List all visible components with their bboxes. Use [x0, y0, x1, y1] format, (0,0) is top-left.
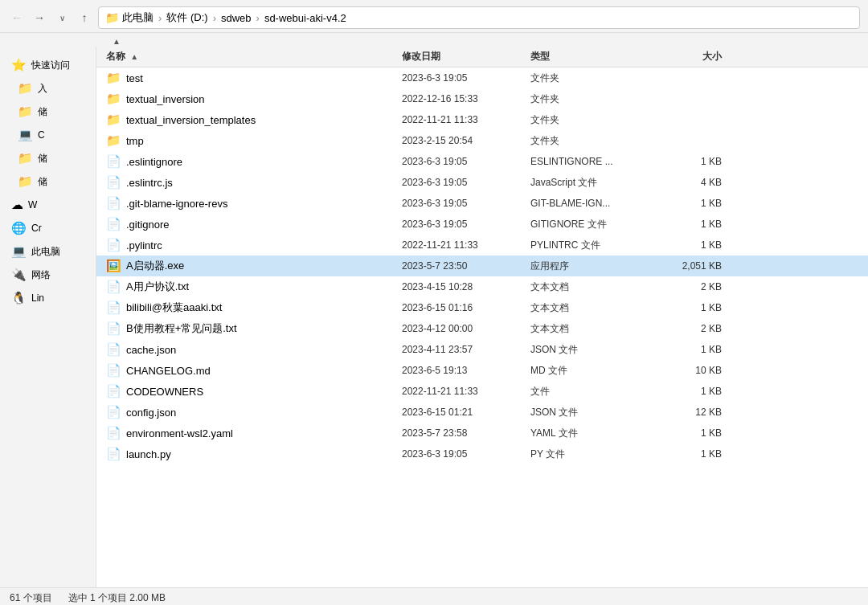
file-size-cell: 1 KB	[667, 156, 731, 167]
col-header-size[interactable]: 大小	[667, 50, 731, 63]
col-header-type[interactable]: 类型	[530, 50, 667, 63]
table-row[interactable]: 🖼️ A启动器.exe 2023-5-7 23:50 应用程序 2,051 KB	[96, 255, 868, 276]
exe-file-icon: 🖼️	[106, 259, 121, 273]
breadcrumb-part-1: 此电脑	[122, 10, 154, 25]
back-button[interactable]: ←	[8, 9, 26, 27]
table-row[interactable]: 📁 tmp 2023-2-15 20:54 文件夹	[96, 130, 868, 151]
file-size-cell: 2,051 KB	[667, 260, 731, 272]
table-row[interactable]: 📄 .pylintrc 2022-11-21 11:33 PYLINTRC 文件…	[96, 235, 868, 255]
sidebar-item-cloud[interactable]: ☁ W	[3, 194, 92, 216]
table-row[interactable]: 📄 config.json 2023-6-15 01:21 JSON 文件 12…	[96, 402, 868, 423]
sidebar-item-label-4: 储	[38, 175, 47, 189]
sidebar-item-browser[interactable]: 🌐 Cr	[3, 217, 92, 239]
sidebar-item-network[interactable]: 🔌 网络	[3, 264, 92, 286]
col-header-date[interactable]: 修改日期	[402, 50, 530, 63]
sidebar-item-folder4[interactable]: 📁 储	[3, 170, 92, 193]
file-type-cell: 文件夹	[530, 113, 667, 127]
folder-icon-1: 📁	[18, 81, 33, 96]
file-name-cell: 📄 A用户协议.txt	[96, 280, 402, 294]
star-icon: ⭐	[11, 58, 27, 72]
forward-button[interactable]: →	[31, 9, 48, 27]
file-date-cell: 2023-6-3 19:05	[402, 72, 530, 84]
up-button[interactable]: ↑	[76, 9, 93, 27]
sidebar-item-quickaccess[interactable]: ⭐ 快速访问	[3, 54, 92, 76]
table-row[interactable]: 📄 .eslintignore 2023-6-3 19:05 ESLINTIGN…	[96, 151, 868, 172]
file-size-cell: 1 KB	[667, 239, 731, 251]
folder-icon-2: 📁	[18, 104, 33, 119]
file-type-cell: 文件夹	[530, 92, 667, 106]
table-row[interactable]: 📁 test 2023-6-3 19:05 文件夹	[96, 67, 868, 88]
file-name: tmp	[126, 135, 144, 147]
table-row[interactable]: 📁 textual_inversion 2022-12-16 15:33 文件夹	[96, 88, 868, 109]
file-name: launch.py	[126, 448, 171, 460]
address-folder-icon: 📁	[105, 11, 119, 24]
table-row[interactable]: 📄 environment-wsl2.yaml 2023-5-7 23:58 Y…	[96, 423, 868, 444]
table-row[interactable]: 📁 textual_inversion_templates 2022-11-21…	[96, 109, 868, 130]
file-type-cell: YAML 文件	[530, 427, 667, 440]
file-type-cell: 文本文档	[530, 280, 667, 294]
cloud-icon: ☁	[11, 198, 23, 212]
file-date-cell: 2023-6-3 19:05	[402, 177, 530, 188]
sidebar-item-label: 快速访问	[31, 59, 70, 72]
sidebar-item-label-1: 入	[38, 82, 47, 96]
file-name: cache.json	[126, 344, 176, 356]
table-row[interactable]: 📄 launch.py 2023-6-3 19:05 PY 文件 1 KB	[96, 444, 868, 464]
file-name: CODEOWNERS	[126, 386, 203, 398]
file-name: A启动器.exe	[126, 259, 184, 273]
file-date-cell: 2023-6-3 19:05	[402, 219, 530, 230]
file-name-cell: 📄 .eslintrc.js	[96, 175, 402, 190]
titlebar: ← → ∨ ↑ 📁 此电脑 › 软件 (D:) › sdweb › sd-web…	[0, 0, 868, 33]
table-row[interactable]: 📄 CHANGELOG.md 2023-6-5 19:13 MD 文件 10 K…	[96, 360, 868, 381]
file-type-cell: PY 文件	[530, 448, 667, 461]
file-name-cell: 📄 environment-wsl2.yaml	[96, 426, 402, 440]
table-row[interactable]: 📄 bilibili@秋葉aaaki.txt 2023-6-15 01:16 文…	[96, 297, 868, 318]
file-type-cell: JavaScript 文件	[530, 176, 667, 190]
sidebar-item-label-lin: Lin	[31, 292, 44, 304]
sidebar-item-c[interactable]: 💻 C	[3, 124, 92, 146]
file-type-cell: JSON 文件	[530, 406, 667, 419]
address-bar[interactable]: 📁 此电脑 › 软件 (D:) › sdweb › sd-webui-aki-v…	[98, 6, 860, 29]
table-row[interactable]: 📄 .eslintrc.js 2023-6-3 19:05 JavaScript…	[96, 172, 868, 193]
table-row[interactable]: 📄 .gitignore 2023-6-3 19:05 GITIGNORE 文件…	[96, 214, 868, 235]
generic-file-icon: 📄	[106, 426, 121, 440]
col-header-name[interactable]: 名称 ▲	[96, 50, 402, 63]
sidebar: ⭐ 快速访问 📁 入 📁 储 💻 C 📁 储 📁 储 ☁ W 🌐 C	[0, 47, 96, 587]
drive-icon-c: 💻	[18, 128, 33, 142]
file-size-cell: 1 KB	[667, 448, 731, 460]
dropdown-button[interactable]: ∨	[53, 9, 71, 27]
file-type-cell: 文件	[530, 385, 667, 399]
file-name-cell: 📄 config.json	[96, 405, 402, 419]
sidebar-item-thispc[interactable]: 💻 此电脑	[3, 240, 92, 263]
table-row[interactable]: 📄 CODEOWNERS 2022-11-21 11:33 文件 1 KB	[96, 381, 868, 402]
js-file-icon: 📄	[106, 175, 121, 190]
linux-icon: 🐧	[11, 291, 27, 305]
breadcrumb-sep-1: ›	[158, 12, 162, 24]
sidebar-item-linux[interactable]: 🐧 Lin	[3, 287, 92, 309]
sidebar-item-label-2: 储	[38, 105, 47, 119]
table-row[interactable]: 📄 A用户协议.txt 2023-4-15 10:28 文本文档 2 KB	[96, 276, 868, 297]
file-date-cell: 2023-6-15 01:21	[402, 407, 530, 418]
file-name: .pylintrc	[126, 239, 162, 251]
generic-file-icon: 📄	[106, 405, 121, 419]
file-type-cell: 文本文档	[530, 301, 667, 315]
table-row[interactable]: 📄 B使用教程+常见问题.txt 2023-4-12 00:00 文本文档 2 …	[96, 318, 868, 339]
sidebar-item-label-pc: 此电脑	[31, 245, 60, 259]
file-date-cell: 2023-4-11 23:57	[402, 344, 530, 355]
file-type-cell: JSON 文件	[530, 343, 667, 357]
status-total: 61 个项目	[10, 591, 52, 605]
browser-icon: 🌐	[11, 221, 27, 235]
file-name-cell: 📄 .git-blame-ignore-revs	[96, 196, 402, 211]
status-bar: 61 个项目 选中 1 个项目 2.00 MB	[0, 587, 868, 605]
file-size-cell: 2 KB	[667, 323, 731, 334]
file-name: test	[126, 72, 143, 84]
file-name: .eslintrc.js	[126, 177, 173, 189]
table-row[interactable]: 📄 cache.json 2023-4-11 23:57 JSON 文件 1 K…	[96, 339, 868, 360]
sidebar-item-folder3[interactable]: 📁 储	[3, 147, 92, 170]
file-date-cell: 2023-6-5 19:13	[402, 365, 530, 376]
sidebar-item-folder1[interactable]: 📁 入	[3, 77, 92, 100]
table-row[interactable]: 📄 .git-blame-ignore-revs 2023-6-3 19:05 …	[96, 193, 868, 214]
generic-file-icon: 📄	[106, 363, 121, 378]
file-date-cell: 2023-5-7 23:50	[402, 260, 530, 272]
file-name-cell: 📄 cache.json	[96, 342, 402, 357]
sidebar-item-folder2[interactable]: 📁 储	[3, 100, 92, 123]
